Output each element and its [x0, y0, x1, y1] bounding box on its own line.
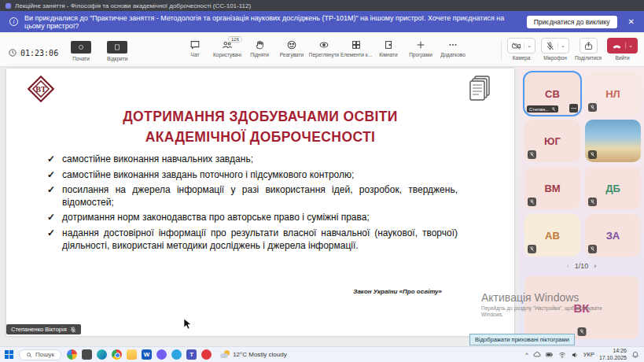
self-video-tile[interactable]: ВК — [524, 276, 638, 339]
clock-icon — [8, 48, 17, 57]
view-button[interactable]: Переглянути — [308, 36, 340, 57]
meeting-timer: 01:23:06 — [8, 44, 58, 61]
participants-count-badge: 126 — [228, 36, 242, 42]
check-icon: ✓ — [47, 184, 55, 209]
rooms-button[interactable]: Кімнати — [373, 36, 404, 57]
onedrive-icon[interactable] — [533, 351, 541, 359]
react-label: Реагувати — [280, 52, 304, 57]
language-indicator[interactable]: УКР — [583, 351, 594, 358]
camera-button[interactable]: ⌄ — [507, 38, 535, 54]
share-group: Поділитися — [575, 38, 602, 61]
participant-name: Степан... — [529, 107, 549, 112]
participant-tile[interactable]: ВМ — [524, 167, 580, 209]
page-prev-icon[interactable]: ‹ — [567, 262, 569, 270]
mic-off-icon — [529, 152, 535, 157]
viber-icon[interactable] — [156, 349, 167, 360]
hidden-icons-caret[interactable]: ^ — [525, 351, 528, 358]
toolbar-divider — [501, 39, 502, 61]
mic-button[interactable]: ⌄ — [541, 38, 569, 54]
window-title: Лекційне заняття - Філософія та основи а… — [15, 2, 251, 9]
hang-up-icon — [612, 41, 622, 51]
smiley-icon — [286, 39, 297, 50]
participant-initials: ЗА — [606, 230, 620, 242]
notifications-icon[interactable] — [631, 351, 639, 359]
telegram-icon[interactable] — [171, 349, 182, 360]
camera-off-icon — [511, 41, 521, 51]
taskbar-weather[interactable]: 12°C Mostly cloudy — [220, 350, 287, 360]
share-label: Поділитися — [575, 55, 602, 61]
chat-button[interactable]: Чат — [179, 36, 211, 57]
open-content-thumbnail — [107, 41, 127, 54]
slide-title-line2: АКАДЕМІЧНОЇ ДОБРОЧЕСНОСТІ — [50, 127, 471, 147]
participants-sidebar: СВ Степан... ⋯ НЛ ЮГ ВМ — [519, 67, 644, 346]
participant-initials: НЛ — [605, 88, 620, 100]
screen: Лекційне заняття - Філософія та основи а… — [0, 0, 644, 362]
more-label: Додатково — [440, 52, 466, 57]
taskbar: Пошук W T 12°C Mostly cloudy ^ УКР — [0, 346, 644, 362]
camera-dropdown-icon[interactable]: ⌄ — [524, 42, 532, 49]
notification-close-icon[interactable]: ✕ — [628, 17, 635, 26]
taskbar-clock[interactable]: 14:26 17.10.2025 — [599, 348, 627, 361]
leave-dropdown-icon[interactable]: ⌄ — [625, 42, 633, 49]
participant-name-chip: Степан... — [527, 105, 558, 113]
list-item: ✓ самостійне виконання навчальних завдан… — [47, 153, 458, 166]
file-explorer-icon[interactable] — [127, 349, 137, 360]
list-item: ✓ надання достовірної інформації про рез… — [47, 227, 458, 252]
edge-icon[interactable] — [97, 349, 107, 360]
slide-source-note: Закон України «Про освіту» — [353, 288, 442, 295]
participant-grid: СВ Степан... ⋯ НЛ ЮГ ВМ — [519, 67, 644, 257]
meeting-elements-button[interactable]: Елементи к... — [340, 36, 372, 57]
participant-initials: ДБ — [605, 183, 620, 194]
page-next-icon[interactable]: › — [594, 262, 596, 270]
mic-off-icon — [70, 327, 76, 333]
university-logo: ВТ — [27, 75, 55, 103]
participant-tile[interactable]: НЛ — [585, 72, 641, 115]
raise-hand-label: Підняти — [250, 52, 269, 57]
task-view-icon[interactable] — [82, 349, 92, 360]
battery-icon[interactable] — [546, 351, 554, 359]
participant-tile[interactable]: ДБ — [585, 167, 641, 209]
check-icon: ✓ — [47, 227, 55, 252]
teams-app-icon — [6, 3, 11, 9]
react-button[interactable]: Реагувати — [276, 36, 307, 57]
start-presenting-button[interactable]: Почати — [68, 37, 94, 61]
volume-icon[interactable] — [571, 351, 579, 359]
record-icon — [77, 43, 85, 51]
participant-tile[interactable]: СВ Степан... ⋯ — [524, 72, 580, 115]
widgets-icon[interactable] — [67, 349, 77, 360]
raise-hand-button[interactable]: Підняти — [244, 36, 275, 57]
slide-title-line1: ДОТРИМАННЯ ЗДОБУВАЧАМИ ОСВІТИ — [50, 106, 471, 127]
more-button[interactable]: Додатково — [437, 36, 469, 57]
leave-label: Вийти — [615, 55, 629, 61]
list-item: ✓ посилання на джерела інформації у разі… — [47, 184, 458, 209]
share-button[interactable] — [580, 38, 598, 54]
chrome-icon[interactable] — [112, 349, 122, 360]
participant-tile[interactable]: ЗА — [585, 214, 641, 257]
teams-icon[interactable]: T — [186, 349, 197, 360]
mic-off-icon — [551, 107, 556, 112]
mic-dropdown-icon[interactable]: ⌄ — [558, 42, 565, 49]
mic-off-icon — [529, 246, 535, 252]
start-button[interactable] — [5, 350, 13, 359]
camera-label: Камера — [513, 55, 531, 61]
bullet-text: дотримання норм законодавства про авторс… — [62, 212, 458, 224]
participant-video-tile[interactable] — [585, 120, 641, 162]
wifi-icon[interactable] — [558, 351, 566, 359]
participants-button[interactable]: 126 Користувачі — [212, 36, 243, 57]
mic-off-icon — [590, 199, 595, 205]
presenter-name: Степаненко Вікторія — [11, 326, 67, 333]
door-icon — [383, 39, 394, 50]
taskbar-search[interactable]: Пошук — [19, 349, 61, 360]
opera-icon[interactable] — [201, 349, 212, 360]
meeting-stage: ВТ ДОТРИМАННЯ ЗДОБУВАЧАМИ ОСВІТИ АКАДЕМІ… — [0, 67, 519, 346]
rooms-label: Кімнати — [379, 52, 397, 57]
join-call-button[interactable]: Приєднатися до виклику — [527, 16, 617, 28]
participant-tile[interactable]: ЮГ — [524, 120, 580, 162]
participant-tile[interactable]: АВ — [524, 214, 580, 257]
leave-button[interactable]: ⌄ — [607, 38, 638, 54]
tile-menu-icon[interactable]: ⋯ — [569, 104, 578, 113]
word-icon[interactable]: W — [142, 349, 152, 360]
open-content-button[interactable]: Відкрити — [104, 37, 131, 61]
apps-button[interactable]: Програми — [405, 36, 436, 57]
apps-label: Програми — [409, 52, 432, 57]
